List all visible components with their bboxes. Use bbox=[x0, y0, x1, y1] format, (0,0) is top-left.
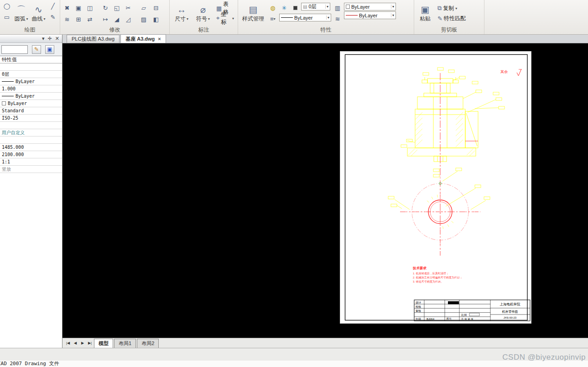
move-icon[interactable]: ⇄ bbox=[85, 14, 95, 24]
offset-icon[interactable]: ≋ bbox=[62, 14, 72, 24]
rectangle-icon[interactable]: ▭ bbox=[2, 12, 12, 22]
svg-text:其余: 其余 bbox=[500, 70, 508, 74]
break-icon[interactable]: ▨ bbox=[139, 14, 149, 24]
style-manager-button[interactable]: ▤ 样式管理 bbox=[240, 1, 266, 26]
doc-tab-jizuo[interactable]: 基座 A3.dwg × bbox=[120, 34, 166, 43]
trim-icon[interactable]: ✂ bbox=[123, 3, 133, 13]
property-row-linetype[interactable]: ByLayer bbox=[0, 78, 62, 85]
layer-lock-icon[interactable] bbox=[290, 3, 300, 13]
property-row-color[interactable]: ByLayer bbox=[0, 100, 62, 107]
layer-value: 0层 bbox=[308, 3, 316, 10]
property-row-height[interactable]: 2100.000 bbox=[0, 151, 62, 158]
chevron-down-icon[interactable]: ▾ bbox=[42, 36, 45, 42]
property-row[interactable] bbox=[0, 63, 62, 71]
plot-style-icon[interactable]: ▥ bbox=[333, 3, 343, 13]
svg-text:技术要求: 技术要求 bbox=[412, 266, 427, 270]
object-select-combo[interactable] bbox=[1, 45, 28, 54]
last-tab-icon[interactable]: ▶| bbox=[87, 341, 93, 345]
layer-select[interactable]: ▤ 0层 ▾ bbox=[301, 3, 330, 10]
property-row[interactable] bbox=[0, 136, 62, 144]
layout-tabbar: |◀ ◀ ▶ ▶| 模型 布局1 布局2 bbox=[62, 338, 588, 348]
quick-select-button[interactable]: ✎ bbox=[32, 45, 41, 54]
scale-icon[interactable]: ◱ bbox=[112, 3, 122, 13]
close-icon[interactable]: × bbox=[158, 36, 161, 42]
svg-text:机座零件图: 机座零件图 bbox=[502, 310, 518, 314]
circle-icon[interactable]: ◯ bbox=[2, 1, 12, 11]
property-row[interactable] bbox=[0, 122, 62, 129]
prev-tab-icon[interactable]: ◀ bbox=[72, 341, 78, 345]
join-icon[interactable]: ◧ bbox=[151, 14, 161, 24]
chevron-down-icon: ▾ bbox=[232, 16, 234, 21]
match-properties-button[interactable]: ✎ 特性匹配 bbox=[436, 14, 468, 23]
close-icon[interactable]: ✕ bbox=[55, 36, 59, 42]
property-row-lineweight[interactable]: ByLayer bbox=[0, 93, 62, 100]
svg-text:共 张 第 张: 共 张 第 张 bbox=[461, 318, 474, 321]
property-row-scale[interactable]: 1:1 bbox=[0, 158, 62, 166]
array-icon[interactable]: ⊞ bbox=[73, 14, 83, 24]
dimension-label: 尺寸 bbox=[175, 15, 186, 23]
rotate-icon[interactable]: ↻ bbox=[100, 3, 110, 13]
command-line-area[interactable] bbox=[0, 348, 588, 361]
property-row-width[interactable]: 1485.000 bbox=[0, 144, 62, 151]
svg-text:年级: 年级 bbox=[416, 318, 421, 320]
copy-clip-label: 复制 bbox=[443, 5, 454, 12]
property-row-custom[interactable]: 用户自定义 bbox=[0, 129, 62, 136]
coordinate-label: 坐标 bbox=[221, 10, 231, 26]
chevron-down-icon: ▾ bbox=[391, 5, 394, 9]
lineweight-select[interactable]: ByLayer ▾ bbox=[344, 11, 396, 19]
copy-clip-icon: ⧉ bbox=[437, 5, 442, 12]
ribbon-group-properties: ▤ 样式管理 ◍ ≡▾ ✳ ▤ 0层 ▾ bbox=[238, 0, 414, 34]
erase-icon[interactable]: ✖ bbox=[62, 3, 72, 13]
first-tab-icon[interactable]: |◀ bbox=[65, 341, 71, 345]
svg-text:2. 机械加工未注明偏差尺寸精度为IT12；: 2. 机械加工未注明偏差尺寸精度为IT12； bbox=[413, 276, 463, 279]
mirror-icon[interactable]: ◫ bbox=[85, 3, 95, 13]
lineweight-icon[interactable]: ≋ bbox=[333, 14, 343, 24]
spline-icon: ∿ bbox=[35, 4, 42, 15]
property-row-layer[interactable]: 0层 bbox=[0, 71, 62, 78]
select-objects-button[interactable]: ▣ bbox=[45, 45, 54, 54]
model-space-canvas[interactable]: 其余 bbox=[62, 43, 588, 338]
arc-button[interactable]: ⌒ 圆弧▾ bbox=[13, 1, 29, 26]
fillet-icon[interactable]: ◢ bbox=[112, 14, 122, 24]
doc-tab-plc[interactable]: PLC接线图 A3.dwg bbox=[67, 35, 120, 43]
line-icon[interactable]: ╱ bbox=[48, 1, 58, 11]
paste-icon: ▣ bbox=[421, 4, 430, 15]
tab-model[interactable]: 模型 bbox=[94, 339, 113, 348]
explode-icon[interactable]: ⊟ bbox=[151, 3, 161, 13]
copy-clip-button[interactable]: ⧉ 复制 ▾ bbox=[436, 4, 468, 13]
chevron-down-icon: ▾ bbox=[274, 17, 276, 21]
svg-text:校核: 校核 bbox=[415, 305, 421, 308]
property-row-text-style[interactable]: Standard bbox=[0, 107, 62, 115]
chamfer-icon[interactable]: ◿ bbox=[123, 14, 133, 24]
list-menu-button[interactable]: ≡▾ bbox=[268, 14, 278, 24]
coordinate-button[interactable]: ⌖ 坐标 ▾ bbox=[214, 14, 236, 23]
tab-layout2[interactable]: 布局2 bbox=[137, 339, 159, 348]
bottom-area: CAD 2007 Drawing 文件 CSDN @biyezuopinvip bbox=[0, 348, 588, 367]
linetype-select[interactable]: ByLayer ▾ bbox=[279, 14, 331, 21]
color-select[interactable]: ByLayer ▾ bbox=[344, 3, 396, 10]
property-row-orientation[interactable]: 竖放 bbox=[0, 166, 62, 173]
ribbon-group-modify: ✖ ▣ ◫ ≋ ⊞ ⇄ ↻ ◱ ✂ ↦ ◢ ◿ bbox=[60, 0, 170, 34]
svg-text:3. 铸造尺寸精度为IT18。: 3. 铸造尺寸精度为IT18。 bbox=[413, 280, 443, 283]
pin-icon[interactable]: ✛ bbox=[48, 36, 52, 42]
pencil-icon[interactable]: ✎ bbox=[48, 12, 58, 22]
extend-icon[interactable]: ↦ bbox=[100, 14, 110, 24]
property-row-dim-style[interactable]: ISO-25 bbox=[0, 115, 62, 122]
spline-button[interactable]: ∿ 曲线▾ bbox=[31, 1, 47, 26]
tab-layout1[interactable]: 布局1 bbox=[114, 339, 136, 348]
linetype-preview bbox=[281, 17, 293, 18]
clipboard-group-label: 剪切板 bbox=[414, 26, 484, 34]
chevron-down-icon: ▾ bbox=[325, 5, 328, 9]
stretch-icon[interactable]: ▱ bbox=[139, 3, 149, 13]
dimension-button[interactable]: ↔ 尺寸▾ bbox=[172, 1, 192, 26]
property-row-linetype-scale[interactable]: 1.000 bbox=[0, 85, 62, 93]
copy-icon[interactable]: ▣ bbox=[73, 3, 83, 13]
symbol-button[interactable]: ⌀ 符号▾ bbox=[193, 1, 213, 26]
layer-freeze-icon[interactable]: ✳ bbox=[279, 3, 289, 13]
color-swatch bbox=[2, 101, 6, 105]
next-tab-icon[interactable]: ▶ bbox=[79, 341, 86, 345]
layer-bulb-icon[interactable]: ◍ bbox=[268, 3, 278, 13]
match-properties-label: 特性匹配 bbox=[444, 15, 466, 22]
linetype-value: ByLayer bbox=[294, 15, 312, 21]
paste-button[interactable]: ▣ 粘贴 bbox=[416, 1, 434, 26]
